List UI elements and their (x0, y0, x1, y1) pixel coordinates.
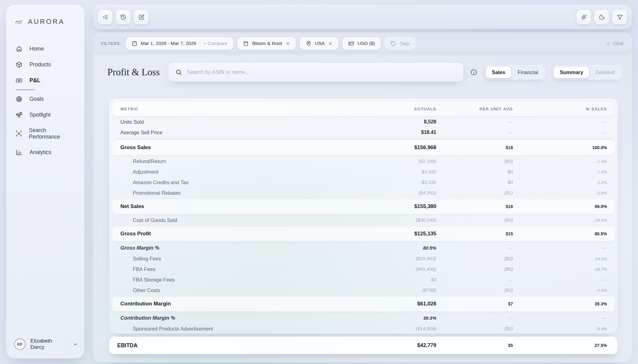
pct-sales-cell: 39.3% (595, 301, 607, 306)
actuals-cell: ($30,245) (416, 217, 436, 223)
pct-sales-cell: — (603, 315, 607, 320)
scan-search-icon (16, 130, 22, 137)
sidebar-item-label: Spotlight (29, 112, 51, 118)
filter-pill-label: USA (315, 41, 325, 46)
sidebar-item-label: Search Performance (29, 127, 75, 140)
filter-pill-usd[interactable]: USD ($) (343, 37, 380, 50)
bar-chart-icon (16, 149, 23, 156)
top-toolbar (93, 5, 632, 29)
sidebar-item-p-l[interactable]: P&L (6, 73, 84, 88)
clear-filters-label: Clear (613, 41, 624, 46)
pct-sales-cell: — (603, 277, 607, 282)
clear-filters-button[interactable]: Clear (606, 41, 624, 46)
square-pen-icon (138, 14, 145, 20)
toolbar-right-group (577, 10, 627, 24)
metric-cell: Other Costs (133, 287, 160, 293)
actuals-cell: $42,779 (417, 342, 436, 348)
pct-sales-cell: 99.0% (595, 204, 607, 209)
funnel-button[interactable] (613, 10, 627, 24)
sidebar-item-spotlight[interactable]: Spotlight (6, 107, 84, 123)
moon-button[interactable] (595, 10, 609, 24)
actuals-cell: 80.5% (423, 245, 436, 251)
pct-sales-cell: — (603, 130, 607, 135)
pct-sales-cell: — (603, 245, 607, 250)
per-unit-avg-cell: ($5) (504, 266, 513, 272)
metric-cell: Gross Margin % (120, 245, 160, 251)
card-icon (348, 41, 354, 47)
filter-pill-label: Tags (400, 41, 410, 46)
actuals-cell: $0 (431, 277, 436, 282)
aurora-wave-icon (14, 17, 24, 27)
banknote-icon (16, 77, 23, 84)
metric-cell: Contribution Margin (120, 301, 171, 307)
table-row-average-sell-price: Average Sell Price$18.41—— (112, 127, 614, 138)
page-header: Profit & Loss SalesFinancial SummaryDeta… (107, 62, 622, 82)
filter-pill-usa[interactable]: USA (300, 37, 339, 50)
table-row-units-sold: Units Sold8,528—— (112, 117, 614, 127)
pct-sales-cell: -0.5% (596, 288, 607, 293)
segment-option-detailed[interactable]: Detailed (590, 67, 620, 78)
table-row-ebitda: EBITDA$42,779$527.5% (109, 337, 618, 354)
user-menu[interactable]: ED Elizabeth Darcy (14, 338, 78, 350)
history-button[interactable] (116, 10, 130, 24)
date-range-filter[interactable]: Mar 1, 2026 - Mar 7, 2026 + Compare (126, 37, 233, 50)
home-icon (16, 45, 23, 52)
per-unit-avg-cell: — (509, 245, 513, 250)
pct-sales-cell: 2.1% (597, 180, 607, 185)
per-unit-avg-cell: $0 (508, 169, 513, 175)
table-row-gross-sales: Gross Sales$156,968$18100.0% (112, 140, 614, 155)
chevron-down-icon[interactable] (72, 341, 78, 347)
actuals-cell: 39.3% (423, 315, 436, 321)
calendar-icon (132, 41, 137, 47)
pill-divider (200, 40, 200, 47)
metric-cell: Amazon Credits and Tax (133, 180, 188, 185)
search-input[interactable] (168, 63, 463, 82)
pct-sales-cell: -9.0% (596, 326, 607, 331)
per-unit-avg-cell: ($0) (504, 158, 513, 164)
per-unit-avg-cell: $18 (506, 204, 513, 209)
table-row-promotional-rebates: Promotional Rebates($4,352)($1)-2.8% (112, 188, 614, 198)
actuals-cell: $156,968 (414, 144, 436, 151)
sidebar-item-goals[interactable]: Goals (6, 91, 84, 107)
panel-collapse-button[interactable] (98, 10, 112, 24)
compare-button[interactable]: + Compare (204, 41, 227, 46)
remove-filter-icon[interactable] (285, 41, 290, 46)
sidebar-item-search-performance[interactable]: Search Performance (6, 123, 84, 144)
moon-icon (599, 14, 605, 20)
table-row-gross-profit: Gross Profit$125,135$1580.5% (112, 227, 614, 241)
segment-option-sales[interactable]: Sales (486, 67, 511, 78)
per-unit-avg-cell: $15 (506, 231, 513, 236)
page-title: Profit & Loss (107, 67, 160, 78)
filters-label: FILTERS: (101, 41, 122, 46)
sparkles-button[interactable] (577, 10, 591, 24)
pct-sales-cell: -26.7% (594, 267, 607, 272)
info-icon[interactable] (470, 69, 478, 76)
target-icon (16, 95, 23, 103)
per-unit-avg-cell: — (509, 130, 513, 135)
pct-sales-cell: — (603, 119, 607, 124)
column-header-per-unit-avg: PER UNIT AVG (436, 107, 513, 111)
history-icon (120, 14, 127, 20)
filter-pill-tags[interactable]: Tags (385, 37, 416, 50)
sidebar-item-home[interactable]: Home (6, 41, 84, 57)
actuals-cell: $125,135 (414, 231, 436, 237)
per-unit-avg-cell: ($1) (504, 190, 513, 196)
metric-cell: Average Sell Price (120, 130, 162, 135)
pct-sales-cell: -2.8% (596, 191, 607, 195)
segment-option-summary[interactable]: Summary (554, 67, 589, 78)
actuals-cell: ($14,009) (416, 326, 436, 331)
segment-option-financial[interactable]: Financial (512, 67, 544, 78)
sidebar-item-analytics[interactable]: Analytics (6, 144, 84, 160)
sidebar-item-products[interactable]: Products (6, 57, 84, 73)
per-unit-avg-cell: ($3) (504, 256, 513, 261)
sidebar-nav: HomeProductsP&LGoalsSpotlightSearch Perf… (6, 41, 84, 160)
view-toggle: SalesFinancial (484, 65, 546, 80)
filter-pill-bloom-root[interactable]: Bloom & Root (237, 37, 296, 50)
remove-filter-icon[interactable] (328, 41, 333, 46)
column-header-actuals: ACTUALS (356, 107, 436, 111)
brand-logo: AURORA (6, 13, 84, 30)
sidebar-item-label: Analytics (29, 149, 51, 156)
mode-toggle: SummaryDetailed (552, 65, 622, 80)
package-icon (16, 61, 23, 68)
square-pen-button[interactable] (134, 10, 148, 24)
